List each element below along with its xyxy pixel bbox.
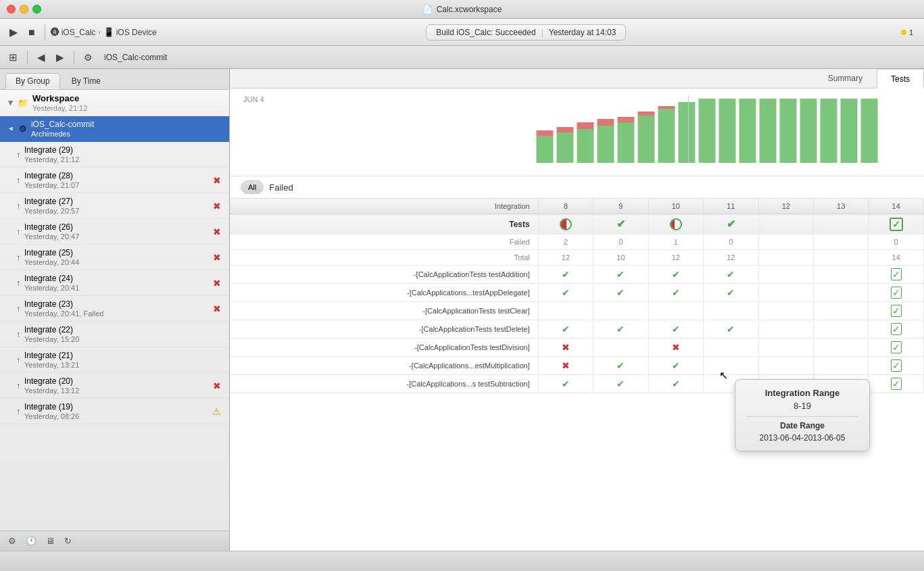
sidebar-item-integrate-29[interactable]: ↑ Integrate (29) Yesterday, 21:12: [0, 142, 229, 168]
svg-rect-10: [638, 116, 655, 163]
sec-sep-2: [74, 51, 74, 64]
stop-button[interactable]: ■: [24, 24, 39, 41]
integrate-icon-28: ↑: [16, 176, 20, 185]
col-header-9: 9: [593, 199, 648, 214]
play-button[interactable]: ▶: [5, 23, 22, 41]
svg-rect-21: [821, 99, 837, 163]
content-tabs: Summary Tests: [230, 69, 924, 89]
integrate-icon-22: ↑: [16, 330, 20, 339]
chart-area: JUN 4: [230, 89, 924, 176]
tests-val-14: ✓: [869, 214, 924, 234]
svg-rect-5: [577, 122, 594, 129]
sidebar-item-integrate-21[interactable]: ↑ Integrate (21) Yesterday, 13:21: [0, 347, 229, 373]
sidebar-item-integrate-26[interactable]: ↑ Integrate (26) Yesterday, 20:47 ✖: [0, 219, 229, 245]
secondary-toolbar: ⊞ ◀ ▶ ⚙ iOS_Calc-commit: [0, 46, 924, 69]
svg-rect-16: [719, 99, 736, 163]
notification-button[interactable]: 1: [896, 26, 919, 39]
title-icon: 📄: [422, 5, 433, 14]
svg-rect-1: [537, 130, 554, 136]
grid-icon: ⊞: [9, 51, 18, 63]
sidebar-item-integrate-22[interactable]: ↑ Integrate (22) Yesterday, 15:20: [0, 322, 229, 347]
error-badge-27: ✖: [213, 201, 221, 212]
build-time: Yesterday at 14:03: [549, 28, 616, 37]
breadcrumb-device[interactable]: 📱 iOS Device: [103, 27, 157, 37]
integrate-icon-21: ↑: [16, 355, 20, 365]
svg-rect-13: [658, 106, 675, 109]
tab-tests[interactable]: Tests: [877, 69, 924, 89]
chevron-icon: ▶: [7, 100, 15, 105]
integrate-icon-23: ↑: [16, 304, 20, 314]
ios-calc-name: iOS_Calc-commit: [31, 120, 94, 129]
table-row-failed: Failed 2 0 1 0 0: [230, 234, 924, 250]
integrate-icon-20: ↑: [16, 381, 20, 391]
sidebar-item-ios-calc[interactable]: ▼ ⚙ iOS_Calc-commit Archimedes: [0, 116, 229, 142]
spinner-button[interactable]: ↻: [62, 535, 74, 547]
breadcrumb-scheme[interactable]: 🅐 iOS_Calc: [51, 27, 96, 37]
tab-summary[interactable]: Summary: [814, 69, 877, 88]
gear-icon: ⚙: [8, 536, 16, 546]
sidebar-item-integrate-28[interactable]: ↑ Integrate (28) Yesterday, 21:07 ✖: [0, 168, 229, 193]
error-badge-19: ⚠: [212, 406, 221, 417]
tab-by-group[interactable]: By Group: [5, 73, 60, 89]
sidebar-item-integrate-19[interactable]: ↑ Integrate (19) Yesterday, 08:26 ⚠: [0, 399, 229, 424]
tests-val-9: ✔: [593, 214, 648, 234]
clock-icon: 🕐: [26, 536, 37, 546]
commit-icon-button[interactable]: ⚙: [80, 50, 96, 64]
svg-rect-0: [537, 136, 554, 163]
workspace-date: Yesterday, 21:12: [32, 104, 87, 112]
breadcrumb-sep: ›: [98, 28, 100, 36]
sec-sep-1: [27, 51, 28, 64]
forward-button[interactable]: ▶: [53, 50, 68, 65]
sidebar-item-integrate-20[interactable]: ↑ Integrate (20) Yesterday, 13:12 ✖: [0, 373, 229, 399]
sidebar-item-integrate-23[interactable]: ↑ Integrate (23) Yesterday, 20:41, Faile…: [0, 296, 229, 322]
gear-button[interactable]: ⚙: [5, 535, 19, 547]
sidebar-item-integrate-27[interactable]: ↑ Integrate (27) Yesterday, 20:57 ✖: [0, 193, 229, 219]
notification-dot: [901, 30, 906, 35]
tab-by-time[interactable]: By Time: [62, 73, 111, 89]
sidebar-item-integrate-24[interactable]: ↑ Integrate (24) Yesterday, 20:41 ✖: [0, 270, 229, 296]
breadcrumb: 🅐 iOS_Calc › 📱 iOS Device: [51, 27, 157, 37]
display-button[interactable]: 🖥: [43, 535, 57, 547]
filter-row: All Failed: [230, 176, 924, 199]
grid-view-button[interactable]: ⊞: [5, 50, 21, 65]
workspace-icon: 📁: [18, 98, 28, 108]
col-header-10: 10: [648, 199, 703, 214]
error-badge-26: ✖: [213, 226, 221, 237]
table-row: -[CalcApplicationTests testDivision] ✖ ✖…: [230, 339, 924, 357]
close-button[interactable]: [7, 5, 16, 14]
minimize-button[interactable]: [20, 5, 28, 14]
svg-rect-11: [638, 111, 655, 116]
tooltip-title: Integration Range: [746, 388, 858, 398]
window-controls[interactable]: [7, 5, 41, 14]
svg-rect-7: [598, 119, 614, 126]
table-row: -[CalcApplicationTests testClear] ✓: [230, 302, 924, 320]
build-status-text: Build iOS_Calc: Succeeded: [436, 28, 535, 37]
chart-svg: [243, 95, 910, 163]
svg-rect-3: [557, 127, 574, 132]
filter-all-button[interactable]: All: [241, 180, 264, 194]
main-toolbar: ▶ ■ 🅐 iOS_Calc › 📱 iOS Device Build iOS_…: [0, 19, 924, 46]
main-layout: By Group By Time ▶ 📁 Workspace Yesterday…: [0, 69, 924, 551]
svg-rect-18: [760, 99, 777, 163]
col-header-11: 11: [704, 199, 758, 214]
tests-val-11: ✔: [704, 214, 758, 234]
clock-button[interactable]: 🕐: [23, 535, 39, 547]
sidebar-footer: ⚙ 🕐 🖥 ↻: [0, 530, 229, 551]
tooltip-range: 8-19: [746, 401, 858, 411]
back-button[interactable]: ◀: [34, 50, 49, 65]
tests-val-8: [538, 214, 593, 234]
workspace-name: Workspace: [32, 93, 87, 103]
chart-date-label: JUN 4: [243, 95, 264, 103]
maximize-button[interactable]: [32, 5, 41, 14]
sidebar-tabs: By Group By Time: [0, 69, 229, 90]
integrate-28-date: Yesterday, 21:07: [24, 181, 79, 189]
ios-calc-sub: Archimedes: [31, 130, 94, 138]
svg-rect-14: [679, 102, 696, 163]
sidebar-item-workspace[interactable]: ▶ 📁 Workspace Yesterday, 21:12: [0, 90, 229, 116]
window-title: 📄 Calc.xcworkspace: [422, 5, 502, 14]
build-divider: |: [541, 28, 543, 37]
error-badge-24: ✖: [213, 278, 221, 289]
svg-rect-22: [841, 99, 858, 163]
sidebar-item-integrate-25[interactable]: ↑ Integrate (25) Yesterday, 20:44 ✖: [0, 245, 229, 270]
table-row: -[CalcApplications...estMultiplication] …: [230, 357, 924, 375]
